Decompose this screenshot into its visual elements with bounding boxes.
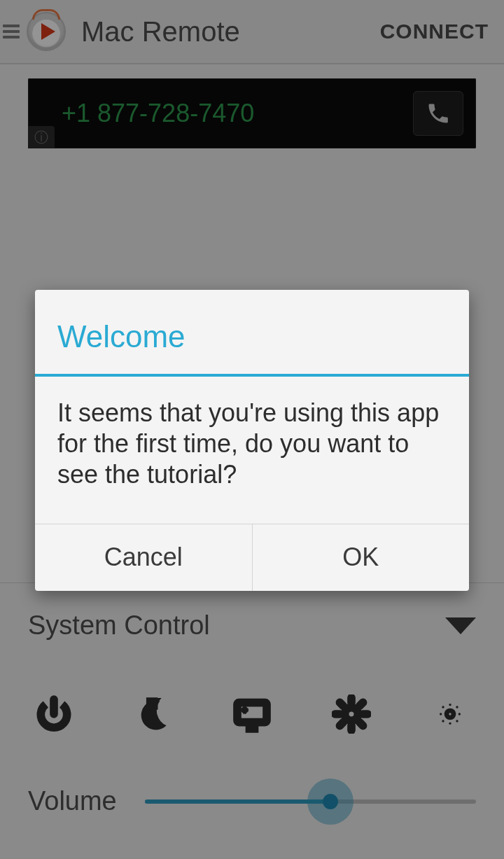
cancel-button[interactable]: Cancel	[35, 524, 252, 591]
dialog-actions: Cancel OK	[35, 524, 469, 591]
dialog-message: It seems that you're using this app for …	[35, 377, 469, 524]
dialog-title: Welcome	[35, 290, 469, 374]
welcome-dialog: Welcome It seems that you're using this …	[35, 290, 469, 591]
ok-button[interactable]: OK	[252, 524, 470, 591]
